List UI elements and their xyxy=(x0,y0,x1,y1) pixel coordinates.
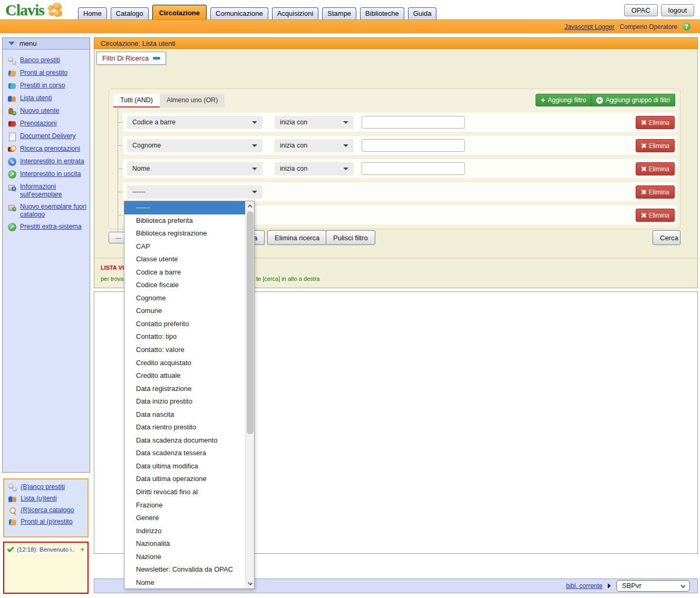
dropdown-option[interactable]: Diritti revocati fino al xyxy=(124,486,246,499)
dropdown-option[interactable]: Codice a barre xyxy=(124,266,246,279)
sidebar-item[interactable]: Banco prestiti xyxy=(5,54,88,67)
shortcut-item[interactable]: Lista (u)tenti xyxy=(5,493,86,505)
scroll-up-icon[interactable] xyxy=(248,204,252,209)
sidebar-item[interactable]: Nuovo utente xyxy=(5,105,88,117)
delete-filter-button[interactable]: Elimina xyxy=(636,185,675,199)
sidebar-item[interactable]: Informazioni sull'esemplare xyxy=(5,181,88,201)
javascript-logger-link[interactable]: Javascript Logger xyxy=(565,23,615,31)
dropdown-option[interactable]: CAP xyxy=(124,240,246,253)
dropdown-option[interactable]: Data inizio prestito xyxy=(124,395,246,408)
sidebar-item-link[interactable]: Document Delivery xyxy=(20,132,76,140)
sidebar-item[interactable]: Nuovo esemplare fuori catalogo xyxy=(5,201,88,221)
opac-button[interactable]: OPAC xyxy=(624,4,658,16)
dropdown-option[interactable]: Credito attuale xyxy=(124,369,246,383)
dropdown-option[interactable]: Contatto preferito xyxy=(124,318,246,331)
expand-plus-icon[interactable]: + xyxy=(80,546,84,553)
dropdown-option[interactable]: Data registrazione xyxy=(124,383,246,396)
shortcut-item-link[interactable]: Lista (u)tenti xyxy=(21,495,57,503)
sidebar-item[interactable]: Interprestito in uscita xyxy=(5,168,88,181)
field-select[interactable]: Cognome xyxy=(127,139,262,152)
dropdown-option[interactable]: Data ultima modifica xyxy=(124,460,246,473)
sidebar-item-link[interactable]: Informazioni sull'esemplare xyxy=(20,183,87,199)
dropdown-option[interactable]: Contatto: valore xyxy=(124,344,246,357)
nav-tab[interactable]: Comunicazione xyxy=(210,7,268,19)
nav-tab[interactable]: Biblioteche xyxy=(360,7,404,19)
tab-or[interactable]: Almeno uno (OR) xyxy=(160,94,225,107)
nav-tab[interactable]: Home xyxy=(78,7,107,19)
sidebar-item-link[interactable]: Nuovo esemplare fuori catalogo xyxy=(20,203,87,219)
filter-value-input[interactable] xyxy=(362,162,465,175)
shortcut-item-link[interactable]: (B)anco prestiti xyxy=(21,483,65,491)
dropdown-option[interactable]: Data scadenza tessera xyxy=(124,447,246,460)
field-select[interactable]: Nome xyxy=(127,162,262,175)
field-select[interactable]: ------ xyxy=(127,185,262,199)
shortcut-item[interactable]: (R)icerca catalogo xyxy=(5,505,86,516)
dropdown-option[interactable]: Biblioteca registrazione xyxy=(124,227,246,240)
delete-filter-button[interactable]: Elimina xyxy=(636,162,675,175)
dropdown-option[interactable]: Indirizzo xyxy=(124,525,246,538)
nav-tab[interactable]: Catalogo xyxy=(111,7,149,19)
dropdown-option[interactable]: Credito acquistato xyxy=(124,357,246,370)
dropdown-option[interactable]: Data nascita xyxy=(124,408,246,421)
shortcut-item-link[interactable]: (R)icerca catalogo xyxy=(21,506,74,514)
logout-button[interactable]: logout xyxy=(661,4,694,16)
operator-select[interactable]: inizia con xyxy=(275,139,354,152)
dropdown-option[interactable]: Cognome xyxy=(124,292,246,305)
dropdown-option[interactable]: Nome xyxy=(124,576,246,589)
delete-filter-button[interactable]: Elimina xyxy=(636,116,675,129)
delete-filter-button[interactable]: Elimina xyxy=(636,209,675,222)
dropdown-scrollbar[interactable] xyxy=(245,201,254,589)
nav-tab[interactable]: Stampe xyxy=(322,7,356,19)
sidebar-item-link[interactable]: Interprestito in entrata xyxy=(20,158,84,165)
nav-tab[interactable]: Acquisizioni xyxy=(272,7,319,19)
dropdown-option[interactable]: Nazione xyxy=(124,551,246,564)
clear-filter-button[interactable]: Pulisci filtro xyxy=(326,230,375,245)
search-button[interactable]: Cerca xyxy=(653,230,680,245)
dropdown-option[interactable]: Biblioteca preferita xyxy=(124,214,246,228)
sidebar-item-link[interactable]: Nuovo utente xyxy=(20,107,59,115)
sidebar-item[interactable]: Document Delivery xyxy=(5,130,88,143)
sidebar-item-link[interactable]: Ricerca prenotazioni xyxy=(20,145,80,153)
menu-header[interactable]: menu xyxy=(3,38,90,50)
add-filter-group-button[interactable]: + Aggiungi gruppo di filtri xyxy=(591,94,675,106)
dropdown-option[interactable]: Newsletter: Convalida da OPAC xyxy=(124,563,246,576)
dropdown-option[interactable]: Classe utente xyxy=(124,253,246,266)
sidebar-item-link[interactable]: Interprestito in uscita xyxy=(20,170,81,178)
dropdown-option[interactable]: Codice fiscale xyxy=(124,279,246,292)
operator-select[interactable]: inizia con xyxy=(275,162,354,175)
library-select[interactable]: SBPvr xyxy=(616,580,690,592)
help-icon[interactable]: ? xyxy=(683,23,691,31)
sidebar-item-link[interactable]: Banco prestiti xyxy=(20,56,60,64)
sidebar-item-link[interactable]: Prestiti extra-sistema xyxy=(20,223,82,231)
dropdown-option[interactable]: Contatto: tipo xyxy=(124,330,246,344)
sidebar-item-link[interactable]: Prestiti in corso xyxy=(20,82,65,90)
scrollbar-thumb[interactable] xyxy=(247,211,254,434)
sidebar-item[interactable]: Interprestito in entrata xyxy=(5,155,88,168)
sidebar-item[interactable]: Ricerca prenotazioni xyxy=(5,143,88,155)
delete-filter-button[interactable]: Elimina xyxy=(636,139,675,152)
nav-tab[interactable]: Circolazione xyxy=(152,5,207,19)
scroll-down-icon[interactable] xyxy=(248,581,252,585)
sidebar-item-link[interactable]: Lista utenti xyxy=(20,94,52,102)
nav-tab[interactable]: Guida xyxy=(408,7,437,19)
dropdown-option[interactable]: Comune xyxy=(124,305,246,318)
current-library-link[interactable]: bibl. corrente xyxy=(566,582,602,590)
delete-search-button[interactable]: Elimina ricerca xyxy=(267,230,327,245)
operator-select[interactable]: inizia con xyxy=(275,116,354,129)
shortcut-item-link[interactable]: Pronti al (p)restito xyxy=(21,518,73,526)
shortcut-item[interactable]: Pronti al (p)restito xyxy=(5,516,86,528)
filters-panel-tab[interactable]: Filtri Di Ricerca xyxy=(96,52,166,65)
sidebar-item-link[interactable]: Prenotazioni xyxy=(20,120,57,128)
field-select[interactable]: Codice a barre xyxy=(127,116,262,129)
filter-value-input[interactable] xyxy=(362,116,465,129)
filter-value-input[interactable] xyxy=(362,139,465,152)
sidebar-item[interactable]: Lista utenti xyxy=(5,92,88,105)
sidebar-item[interactable]: Prestiti extra-sistema xyxy=(5,221,88,233)
sidebar-item-link[interactable]: Pronti al prestito xyxy=(20,69,67,77)
tab-and[interactable]: Tutti (AND) xyxy=(113,94,160,107)
dropdown-option[interactable]: Data ultima operazione xyxy=(124,473,246,486)
dropdown-option[interactable]: Frazione xyxy=(124,499,246,512)
add-filter-button[interactable]: + Aggiungi filtro xyxy=(536,94,591,106)
sidebar-item[interactable]: Pronti al prestito xyxy=(5,67,88,80)
dropdown-option[interactable]: Genere xyxy=(124,512,246,525)
